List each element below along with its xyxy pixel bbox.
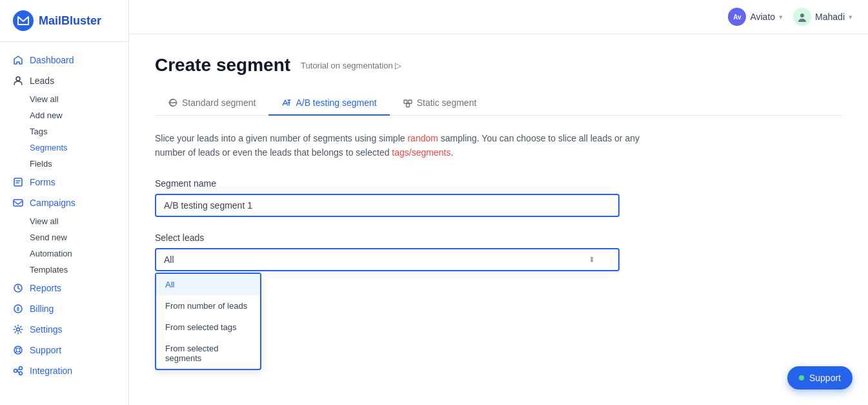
select-leads-dropdown: All From number of leads From selected t… xyxy=(155,273,261,370)
svg-line-11 xyxy=(19,348,21,349)
chevron-up-down-icon: ⬍ xyxy=(589,255,595,264)
ab-icon xyxy=(281,98,292,108)
sidebar-item-billing[interactable]: Billing xyxy=(0,298,128,319)
svg-point-10 xyxy=(16,348,20,352)
select-leads-group: Select leads All ⬍ All From number of le… xyxy=(155,233,620,271)
home-icon xyxy=(13,55,23,65)
select-leads-label: Select leads xyxy=(155,233,620,243)
logo-text: MailBluster xyxy=(39,14,101,28)
svg-line-13 xyxy=(19,351,21,353)
sidebar-item-leads[interactable]: Leads xyxy=(0,70,128,91)
tutorial-link[interactable]: Tutorial on segmentation ▷ xyxy=(301,61,401,70)
tabs: Standard segment A/B testing segment Sta… xyxy=(155,91,842,116)
support-dot xyxy=(799,375,804,380)
account-aviato[interactable]: Av Aviato ▾ xyxy=(728,8,783,26)
dropdown-option-from-segments[interactable]: From selected segments xyxy=(156,338,260,369)
sidebar-item-settings[interactable]: Settings xyxy=(0,319,128,340)
sidebar-item-campaigns-send-new[interactable]: Send new xyxy=(0,229,128,245)
avatar-mahadi xyxy=(793,8,811,26)
sidebar-item-dashboard-label: Dashboard xyxy=(30,55,74,65)
dropdown-option-from-tags[interactable]: From selected tags xyxy=(156,317,260,338)
select-leads-value: All xyxy=(164,254,174,265)
segment-name-label: Segment name xyxy=(155,178,620,189)
tab-ab-testing[interactable]: A/B testing segment xyxy=(268,91,389,116)
logo-icon xyxy=(13,10,34,31)
svg-rect-23 xyxy=(409,100,412,103)
svg-line-14 xyxy=(15,348,17,349)
svg-line-18 xyxy=(17,369,19,371)
tab-standard[interactable]: Standard segment xyxy=(155,91,268,116)
account-aviato-name: Aviato xyxy=(750,12,775,22)
main-content: Av Aviato ▾ Mahadi ▾ Create segment Tuto… xyxy=(129,0,868,405)
top-header: Av Aviato ▾ Mahadi ▾ xyxy=(129,0,868,34)
support-button-label: Support xyxy=(809,373,841,383)
sidebar-item-forms-label: Forms xyxy=(30,177,56,187)
settings-icon xyxy=(13,324,23,335)
svg-rect-24 xyxy=(406,104,409,107)
sidebar-item-leads-segments[interactable]: Segments xyxy=(0,140,128,156)
sidebar-item-campaigns[interactable]: Campaigns xyxy=(0,192,128,213)
sidebar-item-dashboard[interactable]: Dashboard xyxy=(0,50,128,70)
sidebar-item-leads-fields[interactable]: Fields xyxy=(0,156,128,172)
reports-icon xyxy=(13,283,23,293)
sidebar-item-campaigns-label: Campaigns xyxy=(30,198,76,208)
svg-point-16 xyxy=(19,367,23,370)
avatar-aviato: Av xyxy=(728,8,746,26)
sidebar-item-settings-label: Settings xyxy=(30,324,63,335)
tab-static[interactable]: Static segment xyxy=(390,91,490,116)
tab-ab-testing-label: A/B testing segment xyxy=(296,98,376,108)
svg-point-15 xyxy=(14,369,17,373)
person-icon xyxy=(13,76,23,86)
account-mahadi-name: Mahadi xyxy=(815,12,845,22)
sidebar-item-campaigns-view-all[interactable]: View all xyxy=(0,213,128,229)
account-mahadi[interactable]: Mahadi ▾ xyxy=(793,8,853,26)
page-header: Create segment Tutorial on segmentation … xyxy=(155,55,842,76)
forms-icon xyxy=(13,177,23,187)
segment-icon xyxy=(168,98,178,108)
segment-name-group: Segment name xyxy=(155,178,620,217)
account-mahadi-chevron: ▾ xyxy=(849,13,853,21)
sidebar-item-leads-add-new[interactable]: Add new xyxy=(0,107,128,123)
sidebar-item-support-label: Support xyxy=(30,345,61,355)
sidebar-item-campaigns-automation[interactable]: Automation xyxy=(0,245,128,262)
sidebar-item-reports[interactable]: Reports xyxy=(0,278,128,298)
tab-standard-label: Standard segment xyxy=(182,98,256,108)
page-body: Create segment Tutorial on segmentation … xyxy=(129,34,868,307)
svg-rect-5 xyxy=(14,200,23,206)
svg-rect-2 xyxy=(14,178,22,186)
billing-icon xyxy=(13,304,23,314)
sidebar: MailBluster Dashboard Leads View all Add… xyxy=(0,0,129,405)
page-description: Slice your leads into a given number of … xyxy=(155,131,671,160)
static-icon xyxy=(403,98,413,108)
svg-point-20 xyxy=(800,14,804,17)
svg-rect-22 xyxy=(404,100,407,103)
segment-name-input[interactable] xyxy=(155,194,620,217)
sidebar-item-integration[interactable]: Integration xyxy=(0,360,128,381)
svg-point-8 xyxy=(17,328,20,331)
sidebar-item-forms[interactable]: Forms xyxy=(0,172,128,192)
logo[interactable]: MailBluster xyxy=(0,0,128,42)
sidebar-item-support[interactable]: Support xyxy=(0,340,128,360)
select-leads-display[interactable]: All ⬍ xyxy=(155,248,620,271)
support-icon xyxy=(13,345,23,355)
sidebar-item-reports-label: Reports xyxy=(30,283,61,293)
campaigns-icon xyxy=(13,198,23,208)
dropdown-option-all[interactable]: All xyxy=(156,274,260,295)
sidebar-item-campaigns-templates[interactable]: Templates xyxy=(0,262,128,278)
sidebar-item-leads-view-all[interactable]: View all xyxy=(0,91,128,107)
svg-point-1 xyxy=(16,77,20,81)
support-button[interactable]: Support xyxy=(787,366,853,389)
sidebar-item-billing-label: Billing xyxy=(30,304,54,314)
dropdown-option-from-number[interactable]: From number of leads xyxy=(156,295,260,317)
sidebar-item-leads-label: Leads xyxy=(30,76,54,86)
select-leads-wrapper: All ⬍ All From number of leads From sele… xyxy=(155,248,620,271)
sidebar-navigation: Dashboard Leads View all Add new Tags Se… xyxy=(0,47,128,405)
svg-line-12 xyxy=(15,351,17,353)
svg-point-17 xyxy=(19,372,23,375)
sidebar-item-leads-tags[interactable]: Tags xyxy=(0,123,128,140)
account-aviato-chevron: ▾ xyxy=(779,13,783,21)
sidebar-item-integration-label: Integration xyxy=(30,366,72,376)
tab-static-label: Static segment xyxy=(417,98,477,108)
integration-icon xyxy=(13,366,23,376)
page-title: Create segment xyxy=(155,55,290,76)
